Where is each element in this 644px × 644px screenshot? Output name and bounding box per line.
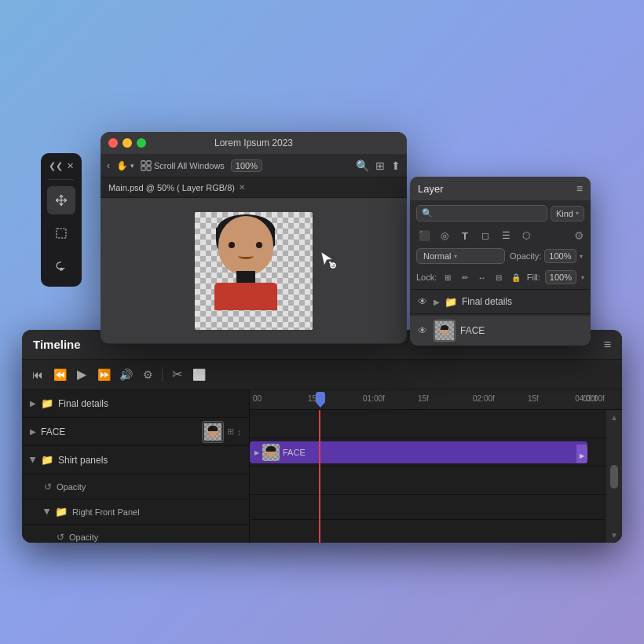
tl-layer-final-details[interactable]: ▶ 📁 Final details <box>22 390 249 418</box>
search-btn[interactable]: 🔍 <box>356 159 369 172</box>
layer-search-box[interactable]: 🔍 <box>416 205 547 221</box>
layer-panel-menu-icon[interactable]: ≡ <box>576 182 583 195</box>
ps-titlebar: Lorem Ipsum 2023 <box>101 132 407 154</box>
layer-mode-label: Normal <box>423 251 451 261</box>
tl-next-frame-btn[interactable]: ⏩ <box>96 367 112 382</box>
layout-btn[interactable]: ⊞ <box>375 159 385 172</box>
cursor-arrow <box>317 250 336 273</box>
move-tool[interactable] <box>47 186 75 214</box>
back-btn[interactable]: ‹ <box>107 160 110 171</box>
tl-arrow-shirt[interactable]: ▶ <box>29 457 38 463</box>
fill-value[interactable]: 100% <box>545 270 576 284</box>
lock-artboard-icon[interactable]: ⊟ <box>492 269 505 285</box>
layer-panel-header: Layer ≡ <box>410 177 591 200</box>
tl-audio-btn[interactable]: 🔊 <box>118 367 134 382</box>
tl-track-shirt-panels <box>250 467 622 495</box>
tl-arrow-final[interactable]: ▶ <box>30 399 36 408</box>
tl-scroll-handle: ▲ ▼ <box>606 410 622 543</box>
visibility-icon-face[interactable]: 👁 <box>416 324 429 337</box>
lock-checkerboard-icon[interactable]: ⊞ <box>441 269 454 285</box>
tl-layer-face[interactable]: ▶ FACE ⊞ ↕ <box>22 418 249 446</box>
tl-playhead[interactable] <box>319 410 320 543</box>
layer-item-face[interactable]: 👁 FACE <box>410 316 591 346</box>
zoom-input[interactable]: 100% <box>231 159 262 172</box>
tl-settings-btn[interactable]: ⚙ <box>140 367 156 382</box>
tl-ctrl-divider <box>162 368 163 382</box>
svg-rect-0 <box>57 229 66 238</box>
collapse-icon[interactable]: ❮❮ <box>49 161 63 171</box>
hand-tool-btn[interactable]: ✋ <box>116 160 134 171</box>
char-eye-right <box>256 242 262 248</box>
layer-type-icon[interactable]: T <box>457 228 473 243</box>
expand-arrow-final[interactable]: ▶ <box>434 298 440 306</box>
tl-layer-name-rfp: Right Front Panel <box>72 507 140 517</box>
layer-settings-icon[interactable]: ⚙ <box>574 229 584 242</box>
tl-face-ctrl-icon[interactable]: ⊞ <box>227 426 234 437</box>
traffic-light-minimize[interactable] <box>123 138 132 148</box>
close-toolbar-icon[interactable]: ✕ <box>67 161 74 171</box>
lock-position-icon[interactable]: ↔ <box>476 269 488 285</box>
traffic-light-maximize[interactable] <box>137 138 146 148</box>
tl-arrow-rfp[interactable]: ▶ <box>43 509 52 515</box>
ps-tab-main[interactable]: Main.psd @ 50% ( Layer RGB/8) ✕ <box>108 183 245 192</box>
tl-skip-start-btn[interactable]: ⏮ <box>30 367 46 382</box>
timeline-layers: ▶ 📁 Final details ▶ FACE ⊞ ↕ <box>22 390 250 543</box>
opacity-value[interactable]: 100% <box>544 249 576 263</box>
tl-layer-name-final: Final details <box>58 398 241 409</box>
layer-separator <box>410 289 591 290</box>
lock-brush-icon[interactable]: ✏ <box>459 269 471 285</box>
tl-scroll-down[interactable]: ▼ <box>610 531 618 540</box>
layer-mode-dropdown[interactable]: Normal ▾ <box>416 248 505 264</box>
tl-face-expand-icon[interactable]: ↕ <box>237 427 242 437</box>
tc-01-00f: 01:00f <box>363 394 385 403</box>
tl-track-opacity-shirt <box>250 495 622 520</box>
tl-layer-name-shirt: Shirt panels <box>58 455 241 466</box>
timeline-menu-icon[interactable]: ≡ <box>604 338 611 352</box>
select-tool[interactable] <box>47 219 75 247</box>
tl-clip-label-face: FACE <box>283 448 306 457</box>
timeline-tracks[interactable]: 00 15f 01:00f 15f 02:00f 15f 03:00f 04:0… <box>250 390 622 543</box>
tab-close-btn[interactable]: ✕ <box>239 183 245 192</box>
traffic-light-close[interactable] <box>108 138 118 148</box>
scroll-all-icon <box>141 160 152 171</box>
tl-canvas-btn[interactable]: ⬜ <box>191 367 207 382</box>
tl-clip-end-marker[interactable]: ▶ <box>576 445 587 463</box>
layer-panel-title: Layer <box>418 183 444 195</box>
fill-label: Fill: <box>527 273 540 282</box>
ps-option-bar: ‹ ✋ Scroll All Windows 100% 🔍 ⊞ ⬆ <box>101 154 407 177</box>
tl-scroll-up[interactable]: ▲ <box>610 413 618 422</box>
layer-item-final-details[interactable]: 👁 ▶ 📁 Final details <box>410 291 591 312</box>
tl-scroll-thumb[interactable] <box>610 465 618 488</box>
photoshop-window: Lorem Ipsum 2023 ‹ ✋ Scroll All Windows … <box>101 132 407 344</box>
tl-face-clip[interactable]: ▶ FACE ▶ <box>250 441 587 463</box>
timeline-controls: ⏮ ⏪ ▶ ⏩ 🔊 ⚙ ✂ ⬜ <box>22 360 622 390</box>
tl-layer-shirt-panels[interactable]: ▶ 📁 Shirt panels <box>22 446 249 474</box>
layer-shape-icon[interactable]: ◻ <box>478 228 493 243</box>
tl-layer-right-front-panel[interactable]: ▶ 📁 Right Front Panel <box>22 499 249 525</box>
layer-more-icon[interactable]: ⬡ <box>518 228 534 243</box>
tl-face-controls: ⊞ ↕ <box>202 421 242 443</box>
canvas-area[interactable] <box>101 198 407 343</box>
tl-layer-name-opacity-shirt: Opacity <box>57 482 86 492</box>
tl-cut-btn[interactable]: ✂ <box>169 367 185 382</box>
opacity-label: Opacity: <box>510 251 541 261</box>
lasso-tool[interactable] <box>47 252 75 280</box>
layer-adjust-icon[interactable]: ◎ <box>437 228 452 243</box>
layer-pixel-icon[interactable]: ⬛ <box>416 228 432 243</box>
tl-play-btn[interactable]: ▶ <box>74 367 90 382</box>
visibility-icon-final[interactable]: 👁 <box>416 295 429 308</box>
tl-layer-opacity-rfp[interactable]: ↺ Opacity <box>22 525 249 543</box>
timeline-title: Timeline <box>33 338 81 351</box>
tl-arrow-face[interactable]: ▶ <box>30 427 36 436</box>
tl-folder-final: 📁 <box>41 397 53 409</box>
tl-track-face[interactable]: ▶ FACE ▶ <box>250 438 622 467</box>
layer-smart-icon[interactable]: ☰ <box>498 228 514 243</box>
tl-prev-frame-btn[interactable]: ⏪ <box>52 367 68 382</box>
tl-layer-opacity-shirt[interactable]: ↺ Opacity <box>22 474 249 499</box>
share-btn[interactable]: ⬆ <box>391 159 401 172</box>
tl-layer-name-face: FACE <box>41 426 197 437</box>
layer-kind-dropdown[interactable]: Kind ▾ <box>551 206 584 221</box>
playhead-top-marker[interactable] <box>315 390 326 410</box>
lock-all-icon[interactable]: 🔒 <box>510 269 522 285</box>
scroll-all-windows-btn[interactable]: Scroll All Windows <box>141 160 225 171</box>
